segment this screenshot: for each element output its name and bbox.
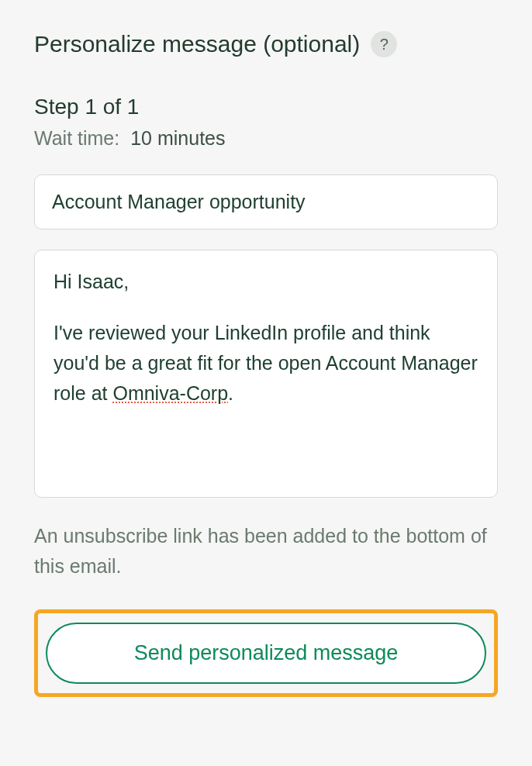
message-body: I've reviewed your LinkedIn profile and …	[54, 318, 478, 408]
wait-time-value: 10 minutes	[130, 127, 225, 150]
wait-time-label: Wait time:	[34, 127, 119, 150]
unsubscribe-note: An unsubscribe link has been added to th…	[34, 521, 498, 581]
page-title: Personalize message (optional)	[34, 31, 360, 57]
spellcheck-word: Omniva-Corp	[112, 382, 228, 404]
subject-input[interactable]	[52, 191, 480, 213]
send-personalized-message-button[interactable]: Send personalized message	[46, 623, 486, 684]
message-greeting: Hi Isaac,	[54, 271, 478, 293]
subject-field-container	[34, 174, 498, 229]
header-row: Personalize message (optional) ?	[34, 31, 498, 57]
message-body-after: .	[228, 382, 233, 404]
help-icon[interactable]: ?	[371, 31, 397, 57]
message-body-container[interactable]: Hi Isaac, I've reviewed your LinkedIn pr…	[34, 250, 498, 498]
send-button-highlight: Send personalized message	[34, 609, 498, 697]
step-label: Step 1 of 1	[34, 95, 498, 119]
wait-time-row: Wait time: 10 minutes	[34, 127, 498, 150]
